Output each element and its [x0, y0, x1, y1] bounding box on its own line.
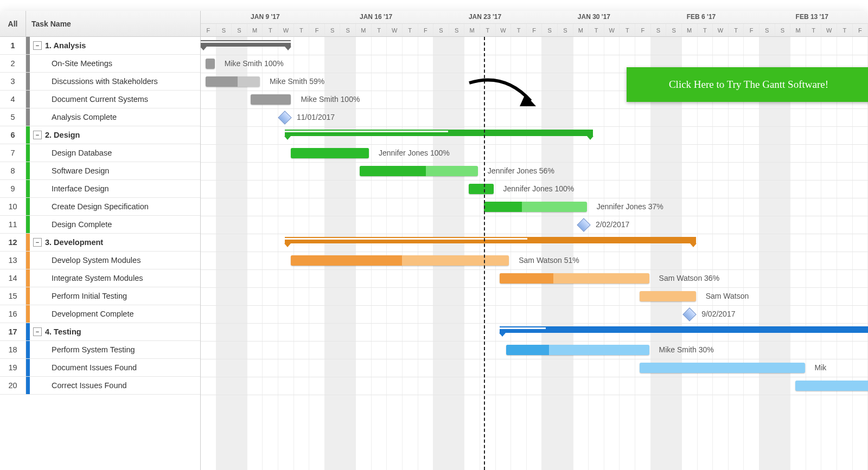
task-row[interactable]: 18Perform System Testing	[0, 341, 200, 359]
summary-bar[interactable]	[201, 40, 291, 47]
collapse-icon[interactable]: −	[33, 238, 42, 247]
task-bar[interactable]	[469, 184, 494, 194]
task-bar[interactable]	[640, 363, 805, 373]
task-label: 4. Testing	[45, 327, 81, 336]
day-header: T	[806, 24, 822, 36]
color-stripe	[26, 144, 30, 162]
day-header: T	[480, 24, 496, 36]
row-number: 6	[0, 126, 26, 144]
task-bar[interactable]	[500, 273, 649, 284]
day-header: F	[744, 24, 760, 36]
task-row[interactable]: 8Software Design	[0, 162, 200, 180]
task-bar[interactable]	[251, 94, 291, 105]
bar-label: Mike Smith 59%	[270, 77, 324, 86]
day-header: F	[527, 24, 542, 36]
task-label: 3. Development	[45, 238, 103, 247]
task-list[interactable]: 1−1. Analysis2On-Site Meetings3Discussio…	[0, 37, 201, 470]
task-bar[interactable]	[640, 291, 695, 301]
day-header: M	[464, 24, 480, 36]
day-header: F	[201, 24, 216, 36]
bar-label: Jennifer Jones 56%	[488, 166, 554, 175]
color-stripe	[26, 305, 30, 323]
day-header: T	[729, 24, 744, 36]
task-row[interactable]: 9Interface Design	[0, 180, 200, 198]
arrow-icon	[467, 75, 542, 118]
task-group-row[interactable]: 12−3. Development	[0, 234, 200, 252]
task-label: Perform System Testing	[52, 345, 135, 354]
row-number: 5	[0, 108, 26, 126]
summary-bar[interactable]	[285, 130, 593, 136]
task-bar[interactable]	[506, 345, 649, 355]
collapse-icon[interactable]: −	[33, 131, 42, 139]
day-header: W	[821, 24, 837, 36]
task-row[interactable]: 16Development Complete	[0, 305, 200, 323]
row-number: 8	[0, 162, 26, 179]
task-row[interactable]: 19Document Issues Found	[0, 359, 200, 377]
task-label: Design Complete	[52, 220, 112, 229]
task-bar[interactable]	[206, 59, 215, 69]
week-label: JAN 30 '17	[578, 13, 610, 21]
day-header: F	[853, 24, 868, 36]
task-bar[interactable]	[795, 381, 868, 391]
bar-label: Jennifer Jones 37%	[597, 202, 663, 211]
task-row[interactable]: 14Integrate System Modules	[0, 269, 200, 287]
task-list-header: All Task Name	[0, 11, 201, 36]
timeline-header[interactable]: JAN 9 '17JAN 16 '17JAN 23 '17JAN 30 '17F…	[201, 11, 868, 36]
task-row[interactable]: 11Design Complete	[0, 216, 200, 234]
task-row[interactable]: 15Perform Initial Testing	[0, 287, 200, 305]
task-group-row[interactable]: 6−2. Design	[0, 126, 200, 144]
task-bar[interactable]	[206, 76, 260, 87]
color-stripe	[26, 287, 30, 305]
task-group-row[interactable]: 1−1. Analysis	[0, 37, 200, 55]
week-label: JAN 9 '17	[251, 13, 280, 21]
collapse-icon[interactable]: −	[33, 327, 42, 336]
taskname-column-header[interactable]: Task Name	[26, 11, 200, 36]
summary-bar[interactable]	[500, 326, 868, 333]
day-header: S	[449, 24, 465, 36]
day-header: T	[837, 24, 853, 36]
summary-bar[interactable]	[285, 237, 696, 243]
color-stripe	[26, 73, 30, 90]
day-header: W	[496, 24, 512, 36]
collapse-icon[interactable]: −	[33, 41, 42, 50]
task-bar[interactable]	[360, 166, 478, 176]
task-row[interactable]: 13Develop System Modules	[0, 252, 200, 269]
task-row[interactable]: 5Analysis Complete	[0, 108, 200, 126]
task-row[interactable]: 4Document Current Systems	[0, 91, 200, 108]
all-column-header[interactable]: All	[0, 11, 26, 36]
day-header: F	[635, 24, 651, 36]
task-bar[interactable]	[484, 202, 586, 212]
bar-label: Sam Watson 36%	[659, 274, 720, 282]
color-stripe	[26, 359, 30, 376]
header: All Task Name JAN 9 '17JAN 16 '17JAN 23 …	[0, 11, 868, 37]
bar-label: Sam Watson 51%	[519, 256, 579, 265]
bar-label: Mike Smith 30%	[659, 345, 714, 354]
task-label: 1. Analysis	[45, 41, 86, 50]
task-label: Development Complete	[52, 310, 134, 318]
task-row[interactable]: 10Create Design Specification	[0, 198, 200, 216]
task-row[interactable]: 3Discussions with Stakeholders	[0, 73, 200, 91]
task-row[interactable]: 7Design Database	[0, 144, 200, 162]
task-row[interactable]: 20Correct Issues Found	[0, 377, 200, 395]
task-bar[interactable]	[291, 255, 509, 266]
week-label: FEB 6 '17	[687, 13, 716, 21]
task-label: Document Current Systems	[52, 95, 148, 104]
task-label: Perform Initial Testing	[52, 292, 127, 300]
day-header: S	[760, 24, 775, 36]
task-bar[interactable]	[291, 148, 369, 158]
week-label: JAN 16 '17	[360, 13, 392, 21]
gantt-chart-area[interactable]: Click Here to Try The Gantt Software! Mi…	[201, 37, 868, 470]
row-number: 12	[0, 234, 26, 251]
day-header: M	[790, 24, 806, 36]
day-header: T	[511, 24, 527, 36]
task-label: 2. Design	[45, 131, 80, 139]
row-number: 15	[0, 287, 26, 305]
cta-button[interactable]: Click Here to Try The Gantt Software!	[627, 67, 868, 102]
day-header: S	[216, 24, 232, 36]
task-row[interactable]: 2On-Site Meetings	[0, 55, 200, 73]
task-label: Analysis Complete	[52, 113, 117, 121]
row-number: 17	[0, 323, 26, 340]
day-header: S	[325, 24, 341, 36]
task-group-row[interactable]: 17−4. Testing	[0, 323, 200, 341]
color-stripe	[26, 126, 30, 144]
